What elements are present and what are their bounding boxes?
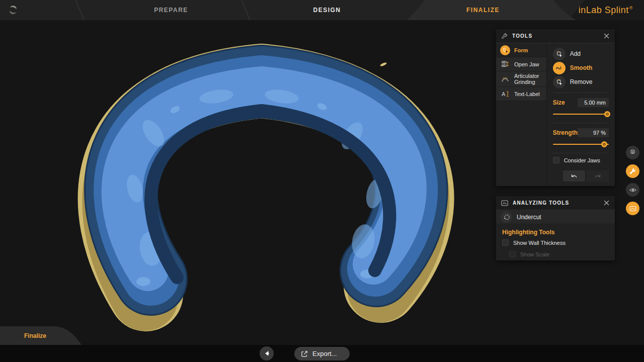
export-icon — [300, 350, 308, 358]
undo-button[interactable] — [563, 170, 585, 182]
wrench-icon — [629, 167, 636, 175]
back-button[interactable] — [260, 346, 274, 360]
add-mode-icon — [553, 48, 566, 60]
analyzing-tools-panel: ANALYZING TOOLS Undercut Highlighting To… — [496, 196, 615, 260]
tool-category-text-label[interactable]: A Text-Label — [496, 87, 546, 101]
mode-add[interactable]: Add — [553, 47, 609, 61]
app-brand: inLab Splint® — [579, 0, 633, 20]
analyzing-panel-header: ANALYZING TOOLS — [496, 196, 615, 210]
phase-prepare[interactable]: PREPARE — [131, 0, 211, 20]
show-wall-thickness-label: Show Wall Thickness — [513, 240, 566, 246]
export-label: Export... — [312, 350, 337, 357]
tools-panel-header: TOOLS — [496, 29, 615, 43]
export-button[interactable]: Export... — [294, 347, 350, 360]
tool-category-list: Form Open J — [496, 43, 547, 186]
strength-slider-handle[interactable] — [601, 141, 607, 147]
phase-design[interactable]: DESIGN — [287, 0, 367, 20]
undo-icon — [570, 173, 578, 179]
svg-text:A: A — [502, 91, 506, 97]
show-wall-thickness-checkbox[interactable] — [502, 239, 509, 246]
analysis-image-icon — [629, 205, 637, 213]
cube-icon — [628, 148, 637, 157]
back-arrow-icon — [263, 350, 270, 357]
smooth-mode-icon — [553, 62, 566, 74]
tool-category-articulator-grinding[interactable]: Articulator Grinding — [496, 71, 546, 87]
analyzing-panel-title: ANALYZING TOOLS — [513, 200, 598, 206]
analysis-image-icon — [501, 200, 508, 206]
size-slider[interactable] — [553, 111, 609, 117]
tool-category-label: Open Jaw — [514, 61, 539, 67]
close-icon — [604, 33, 609, 39]
redo-button[interactable] — [587, 170, 609, 182]
tool-category-label: Form — [514, 47, 528, 53]
mode-label: Add — [570, 50, 581, 57]
strength-label: Strength — [553, 129, 578, 136]
eye-icon — [628, 186, 637, 195]
show-scale-checkbox — [509, 251, 516, 257]
consider-jaws-label: Consider Jaws — [564, 157, 600, 163]
mode-smooth[interactable]: Smooth — [553, 61, 609, 75]
brand-name: inLab Splint — [579, 5, 629, 16]
analyzing-panel-toggle-button[interactable] — [626, 202, 639, 215]
tools-panel-title: TOOLS — [512, 33, 598, 39]
display-options-button[interactable] — [626, 183, 639, 197]
tool-options: Add Smooth — [547, 43, 615, 186]
phase-finalize[interactable]: FINALIZE — [443, 0, 523, 20]
redo-icon — [594, 173, 602, 179]
consider-jaws-checkbox[interactable] — [553, 157, 559, 163]
close-icon — [604, 200, 609, 206]
mode-label: Smooth — [570, 64, 593, 71]
top-phase-bar: PREPARE DESIGN FINALIZE inLab Splint® — [0, 0, 644, 20]
undercut-icon — [501, 211, 512, 223]
separator — [553, 123, 609, 123]
mode-remove[interactable]: Remove — [553, 75, 609, 89]
tool-category-open-jaw[interactable]: Open Jaw — [496, 57, 546, 71]
form-tool-icon — [500, 45, 510, 55]
strength-slider[interactable] — [553, 141, 609, 147]
tools-panel: TOOLS Form — [496, 29, 615, 186]
undercut-label: Undercut — [517, 214, 541, 221]
show-scale-label: Show Scale — [520, 251, 549, 257]
show-wall-thickness-option[interactable]: Show Wall Thickness — [502, 239, 609, 246]
separator — [553, 93, 609, 93]
strength-value-field[interactable]: 97 % — [578, 128, 609, 137]
wrench-icon — [501, 33, 508, 39]
text-label-icon: A — [500, 89, 510, 99]
tools-panel-toggle-button[interactable] — [626, 164, 639, 178]
view-options-button[interactable] — [626, 146, 639, 159]
mode-label: Remove — [570, 78, 593, 85]
tool-category-label: Text-Label — [514, 91, 540, 97]
articulator-grinding-icon — [500, 74, 510, 84]
segment-divider — [74, 0, 86, 20]
brand-reg-mark: ® — [629, 6, 633, 11]
separator — [553, 153, 609, 153]
segment-divider — [240, 0, 252, 20]
analyzing-panel-close-button[interactable] — [603, 200, 610, 207]
splint-model — [0, 20, 496, 345]
remove-mode-icon — [553, 76, 566, 88]
size-slider-track — [553, 114, 609, 115]
dentsply-sirona-logo — [7, 4, 20, 19]
tool-category-label: Articulator Grinding — [514, 73, 542, 85]
app-window: PREPARE DESIGN FINALIZE inLab Splint® — [0, 0, 644, 362]
consider-jaws-option[interactable]: Consider Jaws — [553, 157, 609, 163]
highlighting-tools-title: Highlighting Tools — [502, 229, 609, 236]
strength-slider-track — [553, 144, 609, 145]
size-label: Size — [553, 99, 565, 106]
tools-panel-close-button[interactable] — [603, 33, 610, 40]
open-jaw-icon — [500, 59, 510, 69]
size-value-field[interactable]: 5.00 mm — [578, 98, 609, 107]
tool-category-form[interactable]: Form — [496, 43, 546, 57]
undercut-tool[interactable]: Undercut — [496, 210, 615, 224]
size-slider-handle[interactable] — [604, 111, 610, 117]
show-scale-option: Show Scale — [509, 251, 609, 257]
